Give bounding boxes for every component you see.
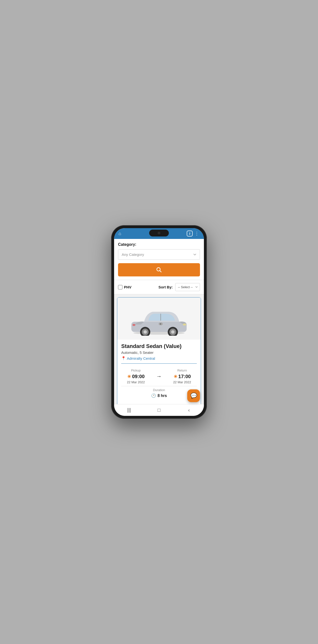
search-button[interactable]: [118, 263, 200, 276]
return-sun-icon: ☀: [174, 374, 177, 379]
svg-point-7: [143, 330, 147, 334]
category-label: Category:: [118, 242, 200, 247]
nav-home-icon[interactable]: □: [154, 406, 164, 415]
nav-back-icon[interactable]: ‹: [185, 406, 193, 415]
bottom-nav: ||| □ ‹: [114, 404, 204, 416]
phv-checkbox[interactable]: [118, 285, 122, 290]
camera-dot: [158, 232, 160, 234]
pickup-sun-icon: ☀: [127, 374, 131, 379]
pickup-title: Pickup: [127, 368, 145, 372]
filter-section: Category: Any Category: [114, 239, 204, 280]
phv-label: PHV: [124, 285, 131, 289]
return-time-row: ☀ 17:00: [173, 374, 191, 379]
pickup-time: 09:00: [132, 374, 144, 379]
pickup-date: 22 Mar 2022: [127, 380, 145, 384]
car-svg: M: [127, 302, 191, 336]
status-bar: ⌂ 2 ⋮: [114, 228, 204, 239]
notch: [149, 230, 169, 236]
arrow-icon: →: [156, 373, 162, 380]
car-image-area: M: [117, 298, 201, 340]
nav-recent-icon[interactable]: |||: [125, 406, 133, 415]
status-bar-right: 2 ⋮: [187, 230, 200, 236]
overflow-menu-icon[interactable]: ⋮: [195, 231, 200, 236]
tab-count-badge: 2: [187, 230, 193, 236]
car-location[interactable]: 📍 Admiralty Central: [121, 356, 197, 360]
svg-point-10: [171, 330, 175, 334]
phone-frame: ⌂ 2 ⋮ Category: Any Category: [111, 225, 207, 419]
duration-section: Duration 🕐 8 hrs: [121, 386, 197, 400]
scroll-content: Category: Any Category PHV Sort By:: [114, 239, 204, 404]
car-card: M Standard Sedan (Value) Automatic, 5 Se…: [117, 297, 201, 404]
phone-screen: ⌂ 2 ⋮ Category: Any Category: [114, 228, 204, 416]
sort-select[interactable]: -- Select --: [175, 283, 200, 291]
pickup-return-row: Pickup ☀ 09:00 22 Mar 2022 → Return ☀: [121, 366, 197, 386]
return-title: Return: [173, 368, 191, 372]
duration-title: Duration: [121, 388, 197, 392]
category-select[interactable]: Any Category: [118, 249, 200, 260]
pickup-time-row: ☀ 09:00: [127, 374, 145, 379]
return-time: 17:00: [178, 374, 191, 379]
status-bar-left: ⌂: [118, 231, 121, 236]
svg-line-1: [160, 271, 162, 272]
divider-line: [121, 364, 197, 364]
svg-point-11: [183, 324, 186, 326]
car-specs: Automatic, 5 Seater: [121, 350, 197, 354]
location-pin-icon: 📍: [121, 356, 126, 360]
chat-icon: 💬: [190, 392, 197, 399]
search-icon: [156, 267, 162, 272]
return-col: Return ☀ 17:00 22 Mar 2022: [173, 368, 191, 384]
svg-point-12: [132, 324, 135, 326]
duration-value: 🕐 8 hrs: [121, 393, 197, 398]
car-name: Standard Sedan (Value): [121, 343, 197, 350]
sort-bar: PHV Sort By: -- Select --: [114, 280, 204, 294]
sort-by-label: Sort By:: [158, 285, 173, 289]
pickup-col: Pickup ☀ 09:00 22 Mar 2022: [127, 368, 145, 384]
chat-fab-button[interactable]: 💬: [187, 390, 200, 402]
home-icon: ⌂: [118, 231, 121, 236]
car-image: M: [127, 302, 191, 336]
phv-checkbox-wrap: PHV: [118, 285, 131, 290]
clock-icon: 🕐: [151, 393, 156, 398]
svg-text:M: M: [160, 323, 161, 325]
return-date: 22 Mar 2022: [173, 380, 191, 384]
